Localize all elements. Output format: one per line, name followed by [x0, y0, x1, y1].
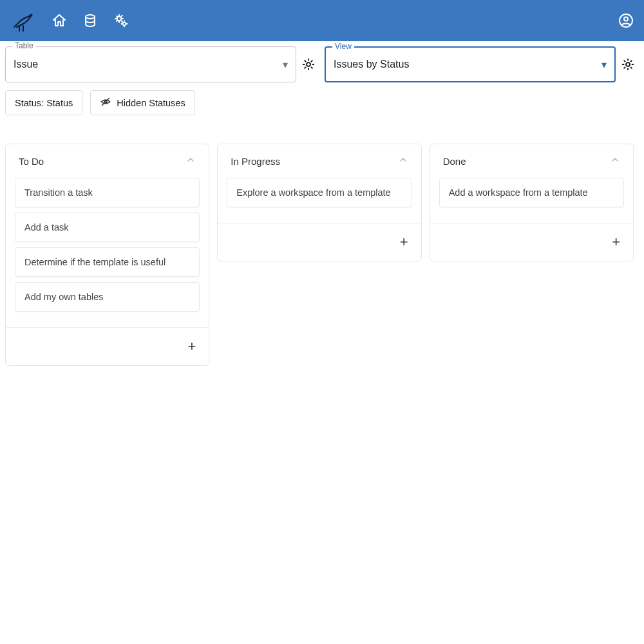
home-icon[interactable] — [52, 13, 67, 28]
column-header: In Progress — [218, 144, 421, 174]
table-select-label: Table — [12, 41, 36, 50]
add-card-button[interactable]: + — [218, 223, 421, 261]
card[interactable]: Transition a task — [15, 178, 200, 207]
account-icon[interactable] — [618, 13, 634, 28]
card[interactable]: Explore a workspace from a template — [227, 178, 412, 207]
card-list: Transition a task Add a task Determine i… — [6, 174, 209, 327]
selectors-row: Table Issue ▾ View Issues by Status ▾ — [0, 41, 644, 82]
topbar — [0, 0, 644, 41]
chevron-up-icon[interactable] — [398, 155, 408, 167]
filter-row: Status: Status Hidden Statuses — [0, 82, 644, 120]
plus-icon: + — [187, 339, 196, 354]
card[interactable]: Determine if the template is useful — [15, 247, 200, 277]
column-header: To Do — [6, 144, 209, 174]
chevron-down-icon: ▾ — [601, 59, 607, 71]
hidden-statuses-chip[interactable]: Hidden Statuses — [90, 90, 194, 115]
view-select-value: Issues by Status — [334, 59, 601, 70]
column-title: To Do — [19, 156, 44, 167]
view-selector-wrap: View Issues by Status ▾ — [325, 46, 639, 82]
plus-icon: + — [400, 235, 408, 249]
status-filter-label: Status: Status — [15, 98, 73, 108]
column-header: Done — [430, 144, 633, 174]
card-title: Add my own tables — [24, 292, 104, 302]
svg-point-0 — [30, 15, 32, 17]
column-title: Done — [443, 156, 466, 167]
card-title: Explore a workspace from a template — [236, 187, 390, 198]
column-in-progress: In Progress Explore a workspace from a t… — [217, 144, 421, 261]
svg-point-3 — [123, 23, 126, 26]
chevron-up-icon[interactable] — [610, 155, 620, 167]
database-icon[interactable] — [82, 13, 98, 28]
card-title: Determine if the template is useful — [24, 257, 166, 267]
card-list: Explore a workspace from a template — [218, 174, 421, 223]
table-settings-button[interactable] — [301, 57, 319, 71]
view-select-label: View — [332, 42, 354, 51]
card-list: Add a workspace from a template — [430, 174, 633, 223]
chevron-down-icon: ▾ — [283, 59, 288, 71]
nav-icons — [52, 13, 603, 28]
eye-off-icon — [100, 96, 111, 109]
add-card-button[interactable]: + — [6, 327, 209, 365]
svg-point-1 — [86, 15, 95, 19]
table-select[interactable]: Table Issue ▾ — [5, 46, 296, 82]
column-title: In Progress — [231, 156, 280, 167]
view-select[interactable]: View Issues by Status ▾ — [325, 46, 616, 82]
svg-point-7 — [626, 62, 630, 66]
table-select-value: Issue — [14, 59, 283, 70]
card-title: Add a workspace from a template — [449, 187, 588, 198]
card-title: Add a task — [24, 222, 69, 232]
table-selector-wrap: Table Issue ▾ — [5, 46, 319, 82]
chevron-up-icon[interactable] — [185, 155, 196, 167]
kanban-board: To Do Transition a task Add a task Deter… — [0, 120, 644, 371]
card[interactable]: Add my own tables — [15, 282, 200, 312]
app-logo[interactable] — [10, 8, 36, 33]
card[interactable]: Add a task — [15, 213, 200, 242]
plus-icon: + — [612, 235, 620, 249]
settings-gears-icon[interactable] — [113, 13, 129, 28]
view-settings-button[interactable] — [621, 57, 639, 71]
svg-point-5 — [624, 17, 628, 21]
status-filter-chip[interactable]: Status: Status — [5, 90, 82, 115]
svg-point-6 — [307, 62, 310, 66]
add-card-button[interactable]: + — [430, 223, 633, 261]
column-todo: To Do Transition a task Add a task Deter… — [5, 144, 209, 366]
svg-line-9 — [102, 98, 109, 106]
hidden-statuses-label: Hidden Statuses — [117, 98, 185, 108]
card-title: Transition a task — [24, 187, 93, 198]
card[interactable]: Add a workspace from a template — [439, 178, 624, 207]
column-done: Done Add a workspace from a template + — [430, 144, 634, 261]
